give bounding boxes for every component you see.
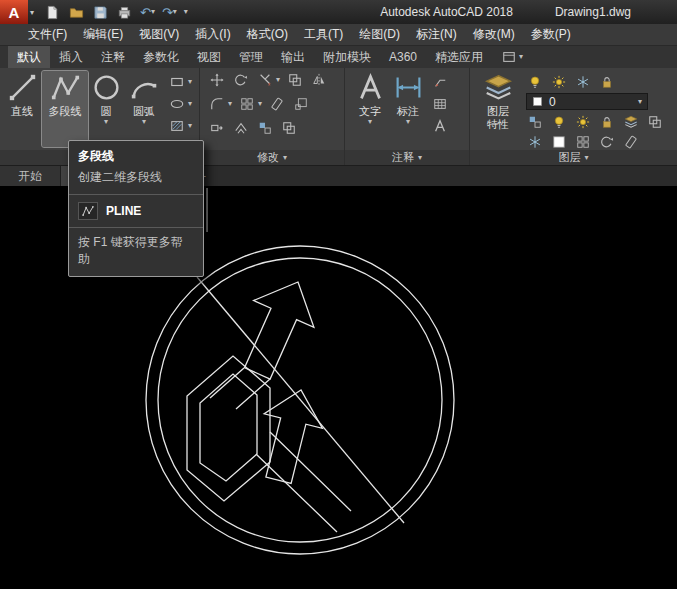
panel-label-annotate[interactable]: 注释 ▾ <box>345 150 469 165</box>
chevron-down-icon: ▾ <box>276 76 280 84</box>
layer-toggle-lock[interactable] <box>598 73 616 90</box>
draw-tool-hatch[interactable]: ▾ <box>168 117 192 134</box>
chevron-down-icon[interactable]: ▾ <box>188 78 192 86</box>
annotate-tool-dimension[interactable]: 标注 ▾ <box>389 71 427 147</box>
chevron-down-icon[interactable]: ▾ <box>368 118 372 126</box>
quick-access-toolbar: ↶▾ ↷▾ ▾ <box>44 4 188 21</box>
menu-draw[interactable]: 绘图(D) <box>351 24 408 45</box>
prohibition-slash-line[interactable] <box>197 277 404 523</box>
modify-tool-match[interactable] <box>256 119 274 136</box>
ribbon-tab-parametric[interactable]: 参数化 <box>134 46 188 68</box>
ribbon-tab-output[interactable]: 输出 <box>272 46 314 68</box>
chevron-down-icon[interactable]: ▾ <box>188 122 192 130</box>
panel-label-layers[interactable]: 图层 ▾ <box>470 150 677 165</box>
modify-tool-array[interactable]: ▾ <box>238 95 262 112</box>
modify-tool-scale[interactable] <box>292 95 310 112</box>
ribbon-tab-a360[interactable]: A360 <box>380 46 426 68</box>
modify-tool-move[interactable] <box>208 71 226 88</box>
layer-dropdown[interactable]: 0 ▾ <box>526 93 648 110</box>
chevron-down-icon[interactable]: ▾ <box>142 118 146 126</box>
layer-toggle-thaw[interactable] <box>550 73 568 90</box>
layer-tool-walk[interactable] <box>574 133 592 150</box>
app-menu-button[interactable]: A <box>0 0 28 24</box>
ribbon-display-toggle[interactable]: ▾ <box>502 46 523 68</box>
chevron-down-icon[interactable]: ▾ <box>104 118 108 126</box>
modify-tool-erase[interactable] <box>268 95 286 112</box>
ribbon-tab-annotate[interactable]: 注释 <box>92 46 134 68</box>
modify-tool-mirror[interactable] <box>310 71 328 88</box>
modify-tool-trim[interactable]: ▾ <box>256 71 280 88</box>
chevron-down-icon[interactable]: ▾ <box>638 98 642 106</box>
menu-format[interactable]: 格式(O) <box>239 24 296 45</box>
ribbon-tab-manage[interactable]: 管理 <box>230 46 272 68</box>
layer-tool-isolate[interactable] <box>622 113 640 130</box>
layer-tool-thaw[interactable] <box>574 113 592 130</box>
chevron-down-icon[interactable]: ▾ <box>406 118 410 126</box>
chevron-down-icon[interactable]: ▾ <box>151 8 155 16</box>
qat-customize-button[interactable]: ▾ <box>184 8 188 16</box>
explode-icon <box>282 121 296 135</box>
hexagon-band-inner[interactable] <box>200 374 257 481</box>
bulb-icon <box>552 115 566 129</box>
redo-button[interactable]: ↷▾ <box>162 4 177 21</box>
annotate-tool-table[interactable] <box>431 95 449 112</box>
upper-connector-band[interactable] <box>210 368 270 409</box>
layer-tool-color[interactable] <box>550 133 568 150</box>
layer-properties-button[interactable]: 图层 特性 <box>476 71 520 147</box>
ribbon-tab-featured[interactable]: 精选应用 <box>426 46 492 68</box>
layer-tool-on[interactable] <box>550 113 568 130</box>
new-button[interactable] <box>44 4 61 21</box>
file-tab-start[interactable]: 开始 <box>0 166 61 186</box>
ribbon-tab-addins[interactable]: 附加模块 <box>314 46 380 68</box>
annotate-tool-more[interactable] <box>431 117 449 134</box>
annotate-tool-text[interactable]: 文字 ▾ <box>351 71 389 147</box>
lock-icon <box>600 75 614 89</box>
modify-tool-rotate[interactable] <box>232 71 250 88</box>
lower-arrow[interactable] <box>249 383 330 488</box>
chevron-down-icon[interactable]: ▾ <box>173 8 177 16</box>
menu-view[interactable]: 视图(V) <box>131 24 187 45</box>
plot-button[interactable] <box>116 4 133 21</box>
ribbon-tab-insert[interactable]: 插入 <box>50 46 92 68</box>
rectangle-icon <box>170 75 184 89</box>
draw-tool-ellipse[interactable]: ▾ <box>168 95 192 112</box>
ribbon-tab-view[interactable]: 视图 <box>188 46 230 68</box>
menu-tools[interactable]: 工具(T) <box>296 24 351 45</box>
menu-parametric[interactable]: 参数(P) <box>523 24 579 45</box>
draw-tool-rectangle[interactable]: ▾ <box>168 73 192 90</box>
modify-tool-copy[interactable] <box>286 71 304 88</box>
open-button[interactable] <box>68 4 85 21</box>
layer-tool-lock[interactable] <box>598 113 616 130</box>
modify-tool-stretch[interactable] <box>208 119 226 136</box>
printer-icon <box>117 5 132 20</box>
chevron-down-icon[interactable]: ▾ <box>188 100 192 108</box>
move-icon <box>210 73 224 87</box>
menu-modify[interactable]: 修改(M) <box>465 24 523 45</box>
chevron-down-icon[interactable]: ▾ <box>30 8 34 17</box>
lock-icon <box>600 115 614 129</box>
draw-tool-arc[interactable]: 圆弧 ▾ <box>124 71 164 147</box>
undo-button[interactable]: ↶▾ <box>140 4 155 21</box>
modify-tool-fillet[interactable]: ▾ <box>208 95 232 112</box>
layer-tool-off[interactable] <box>622 133 640 150</box>
draw-tool-line[interactable]: 直线 <box>2 71 42 147</box>
annotate-tool-leader[interactable] <box>431 73 449 90</box>
layer-tool-freeze[interactable] <box>526 133 544 150</box>
modify-tool-offset[interactable] <box>232 119 250 136</box>
layer-toggle-on[interactable] <box>526 73 544 90</box>
draw-tool-circle[interactable]: 圆 ▾ <box>88 71 124 147</box>
menu-edit[interactable]: 编辑(E) <box>75 24 131 45</box>
layer-tool-match[interactable] <box>526 113 544 130</box>
tooltip-command-name: PLINE <box>106 204 141 218</box>
menu-dimension[interactable]: 标注(N) <box>408 24 465 45</box>
panel-label-modify[interactable]: 修改 ▾ <box>200 150 344 165</box>
layer-tool-copy-to-layer[interactable] <box>646 113 664 130</box>
save-button[interactable] <box>92 4 109 21</box>
draw-tool-polyline[interactable]: 多段线 <box>42 71 88 147</box>
layer-tool-prev[interactable] <box>598 133 616 150</box>
layer-toggle-freeze[interactable] <box>574 73 592 90</box>
modify-tool-explode[interactable] <box>280 119 298 136</box>
menu-insert[interactable]: 插入(I) <box>187 24 238 45</box>
ribbon-tab-home[interactable]: 默认 <box>8 46 50 68</box>
menu-file[interactable]: 文件(F) <box>20 24 75 45</box>
